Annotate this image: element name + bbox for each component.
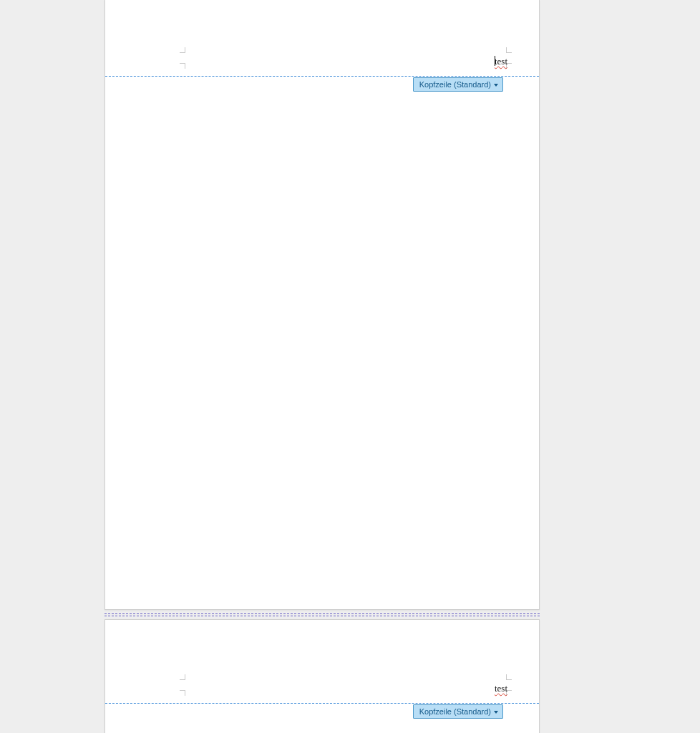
page-break-indicator bbox=[104, 613, 540, 616]
document-page-2[interactable]: test Kopfzeile (Standard) bbox=[104, 619, 540, 733]
header-divider bbox=[105, 703, 539, 704]
margin-mark-icon bbox=[506, 673, 513, 680]
header-text: test bbox=[495, 683, 507, 694]
header-text-area[interactable]: test bbox=[495, 683, 507, 694]
header-text-area[interactable]: test bbox=[495, 56, 507, 67]
header-style-dropdown[interactable]: Kopfzeile (Standard) bbox=[413, 77, 503, 92]
header-text: test bbox=[495, 56, 507, 67]
header-style-dropdown[interactable]: Kopfzeile (Standard) bbox=[413, 704, 503, 719]
document-page-1[interactable]: test Kopfzeile (Standard) bbox=[104, 0, 540, 610]
header-style-label: Kopfzeile (Standard) bbox=[419, 79, 491, 89]
margin-mark-icon bbox=[506, 46, 513, 53]
margin-mark-icon bbox=[178, 63, 185, 70]
chevron-down-icon bbox=[494, 711, 498, 714]
margin-mark-icon bbox=[178, 690, 185, 697]
header-style-label: Kopfzeile (Standard) bbox=[419, 707, 491, 717]
margin-mark-icon bbox=[178, 46, 185, 53]
header-divider bbox=[105, 76, 539, 77]
chevron-down-icon bbox=[494, 84, 498, 87]
margin-mark-icon bbox=[178, 673, 185, 680]
document-canvas: test Kopfzeile (Standard) test Kopfzeile… bbox=[0, 0, 700, 733]
